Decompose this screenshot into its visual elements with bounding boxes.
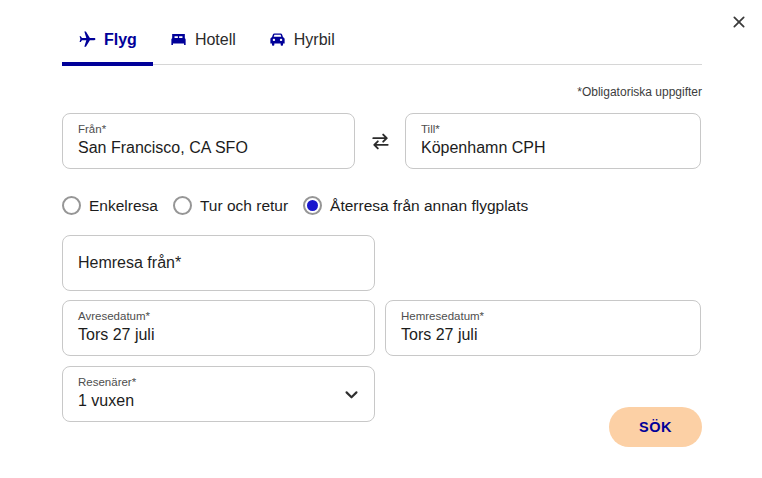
travelers-field[interactable]: Resenärer* 1 vuxen bbox=[62, 366, 375, 422]
required-fields-note: *Obligatoriska uppgifter bbox=[62, 85, 702, 99]
return-date-value: Tors 27 juli bbox=[401, 326, 685, 344]
tab-label: Hotell bbox=[195, 31, 236, 49]
return-date-field[interactable]: Hemresedatum* Tors 27 juli bbox=[385, 300, 701, 356]
radio-label: Återresa från annan flygplats bbox=[330, 197, 528, 215]
radio-tur-och-retur[interactable]: Tur och retur bbox=[173, 196, 288, 215]
to-field[interactable]: Till* bbox=[405, 113, 701, 169]
bed-icon bbox=[169, 30, 188, 49]
radio-aterresa-annan-flygplats[interactable]: Återresa från annan flygplats bbox=[303, 196, 528, 215]
swap-airports-icon[interactable] bbox=[355, 130, 405, 153]
booking-tabs: Flyg Hotell Hyrbil bbox=[62, 0, 702, 65]
from-input[interactable] bbox=[78, 139, 339, 157]
car-icon bbox=[268, 30, 287, 49]
close-icon[interactable] bbox=[729, 12, 749, 32]
radio-circle[interactable] bbox=[303, 196, 322, 215]
search-button[interactable]: SÖK bbox=[609, 407, 702, 447]
radio-label: Tur och retur bbox=[200, 197, 288, 215]
from-field-label: Från* bbox=[78, 122, 339, 136]
tab-flyg[interactable]: Flyg bbox=[62, 0, 153, 64]
chevron-down-icon bbox=[343, 386, 360, 407]
departure-date-label: Avresedatum* bbox=[78, 309, 359, 323]
departure-date-value: Tors 27 juli bbox=[78, 326, 359, 344]
to-field-label: Till* bbox=[421, 122, 685, 136]
return-from-field[interactable] bbox=[62, 235, 375, 291]
radio-circle[interactable] bbox=[62, 196, 81, 215]
tab-hyrbil[interactable]: Hyrbil bbox=[252, 0, 351, 64]
radio-circle[interactable] bbox=[173, 196, 192, 215]
flight-search-modal: Flyg Hotell Hyrbil *Obligatoriska uppgif… bbox=[0, 0, 762, 478]
tab-label: Flyg bbox=[104, 31, 137, 49]
to-input[interactable] bbox=[421, 139, 685, 157]
trip-type-options: Enkelresa Tur och retur Återresa från an… bbox=[62, 196, 702, 215]
radio-label: Enkelresa bbox=[89, 197, 158, 215]
tab-hotell[interactable]: Hotell bbox=[153, 0, 252, 64]
airplane-icon bbox=[78, 30, 97, 49]
travelers-label: Resenärer* bbox=[78, 375, 359, 389]
from-field[interactable]: Från* bbox=[62, 113, 355, 169]
tab-label: Hyrbil bbox=[294, 31, 335, 49]
return-date-label: Hemresedatum* bbox=[401, 309, 685, 323]
departure-date-field[interactable]: Avresedatum* Tors 27 juli bbox=[62, 300, 375, 356]
radio-enkelresa[interactable]: Enkelresa bbox=[62, 196, 158, 215]
travelers-value: 1 vuxen bbox=[78, 392, 359, 410]
return-from-input[interactable] bbox=[78, 254, 359, 272]
